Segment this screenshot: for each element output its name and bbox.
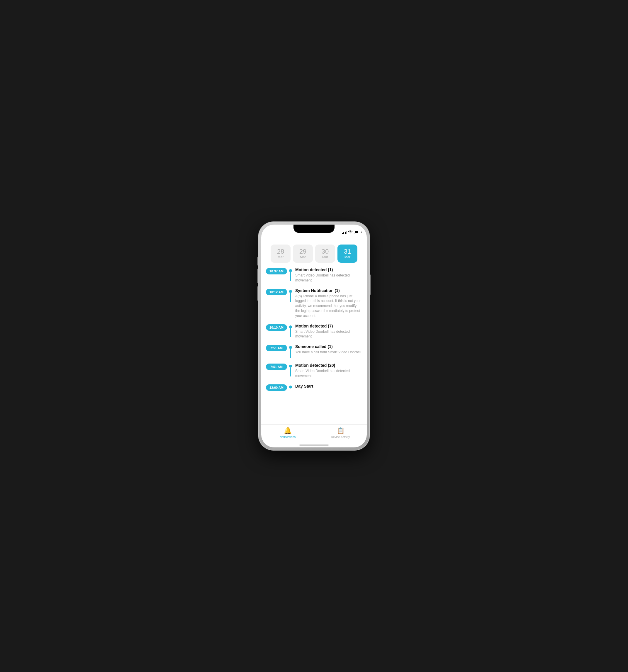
notification-description: Smart Video Doorbell has detected moveme…	[295, 273, 362, 283]
date-month: Mar	[277, 255, 284, 259]
notification-description: Smart Video Doorbell has detected moveme…	[295, 368, 362, 379]
battery-icon	[354, 231, 360, 234]
notification-description: A(n) iPhone X mobile phone has just logg…	[295, 294, 362, 318]
date-item[interactable]: 31 Mar	[337, 244, 357, 263]
status-icons	[342, 230, 361, 234]
notification-title: Motion detected (7)	[295, 324, 362, 328]
tab-label: Notifications	[280, 435, 295, 439]
timeline-item[interactable]: 12:00 AM Day Start	[266, 384, 362, 391]
timeline-item[interactable]: 7:51 AM Someone called (1) You have a ca…	[266, 344, 362, 358]
timeline-connector	[287, 267, 294, 281]
date-month: Mar	[344, 255, 351, 259]
date-day: 29	[299, 248, 306, 255]
timeline-connector	[287, 363, 294, 377]
timeline-item[interactable]: 10:12 AM System Notification (1) A(n) iP…	[266, 288, 362, 318]
home-indicator	[299, 445, 329, 446]
timeline-dot	[289, 386, 292, 388]
app-header	[261, 238, 367, 242]
tab-label: Device Activity	[331, 435, 350, 439]
power-button[interactable]	[370, 274, 370, 295]
date-item[interactable]: 30 Mar	[315, 244, 335, 263]
timeline-line	[290, 349, 291, 358]
tab-icon: 🔔	[284, 427, 292, 434]
date-item[interactable]: 28 Mar	[271, 244, 291, 263]
notification-title: Motion detected (1)	[295, 267, 362, 272]
timeline-line	[290, 293, 291, 302]
date-day: 30	[322, 248, 329, 255]
notification-time: 7:51 AM	[266, 345, 287, 351]
mute-button[interactable]	[258, 257, 258, 266]
date-month: Mar	[322, 255, 329, 259]
notification-time: 10:12 AM	[266, 289, 287, 295]
timeline-connector	[287, 324, 294, 337]
timeline: 10:37 AM Motion detected (1) Smart Video…	[261, 267, 367, 391]
notification-title: System Notification (1)	[295, 288, 362, 293]
volume-up-button[interactable]	[258, 269, 258, 283]
timeline-dot	[289, 269, 292, 272]
notification-description: You have a call from Smart Video Doorbel…	[295, 350, 362, 355]
date-day: 28	[277, 248, 284, 255]
timeline-connector	[287, 288, 294, 302]
notification-description: Smart Video Doorbell has detected moveme…	[295, 329, 362, 339]
date-day: 31	[344, 248, 351, 255]
timeline-dot	[289, 365, 292, 368]
tab-bar: 🔔 Notifications 📋 Device Activity	[261, 424, 367, 445]
notification-time: 10:37 AM	[266, 268, 287, 274]
tab-item[interactable]: 🔔 Notifications	[261, 427, 314, 439]
date-item[interactable]: 29 Mar	[293, 244, 313, 263]
signal-icon	[342, 231, 347, 234]
timeline-line	[290, 368, 291, 377]
timeline-item[interactable]: 10:10 AM Motion detected (7) Smart Video…	[266, 324, 362, 339]
notifications-list[interactable]: 10:37 AM Motion detected (1) Smart Video…	[261, 266, 367, 424]
phone-frame: 28 Mar 29 Mar 30 Mar 31 Mar 10:37 AM Mot…	[258, 222, 370, 450]
volume-down-button[interactable]	[258, 286, 258, 301]
notification-time: 7:51 AM	[266, 364, 287, 370]
notification-title: Motion detected (20)	[295, 363, 362, 368]
timeline-dot	[289, 326, 292, 328]
timeline-line	[290, 272, 291, 281]
wifi-icon	[348, 230, 353, 234]
notification-content: Motion detected (7) Smart Video Doorbell…	[294, 324, 362, 339]
notification-time: 12:00 AM	[266, 384, 287, 391]
notification-content: Motion detected (1) Smart Video Doorbell…	[294, 267, 362, 283]
notification-title: Someone called (1)	[295, 344, 362, 349]
timeline-item[interactable]: 10:37 AM Motion detected (1) Smart Video…	[266, 267, 362, 283]
tab-icon: 📋	[337, 427, 344, 434]
phone-screen: 28 Mar 29 Mar 30 Mar 31 Mar 10:37 AM Mot…	[261, 224, 367, 448]
notification-time: 10:10 AM	[266, 324, 287, 331]
timeline-connector	[287, 344, 294, 358]
notification-content: Day Start	[294, 384, 362, 389]
timeline-line	[290, 328, 291, 337]
notification-content: Someone called (1) You have a call from …	[294, 344, 362, 355]
notch	[293, 224, 335, 233]
timeline-dot	[289, 290, 292, 293]
notification-title: Day Start	[295, 384, 362, 388]
tab-item[interactable]: 📋 Device Activity	[314, 427, 367, 439]
timeline-connector	[287, 384, 294, 388]
notification-content: System Notification (1) A(n) iPhone X mo…	[294, 288, 362, 318]
date-selector: 28 Mar 29 Mar 30 Mar 31 Mar	[261, 242, 367, 266]
date-month: Mar	[300, 255, 306, 259]
timeline-item[interactable]: 7:51 AM Motion detected (20) Smart Video…	[266, 363, 362, 379]
notification-content: Motion detected (20) Smart Video Doorbel…	[294, 363, 362, 379]
timeline-dot	[289, 346, 292, 349]
